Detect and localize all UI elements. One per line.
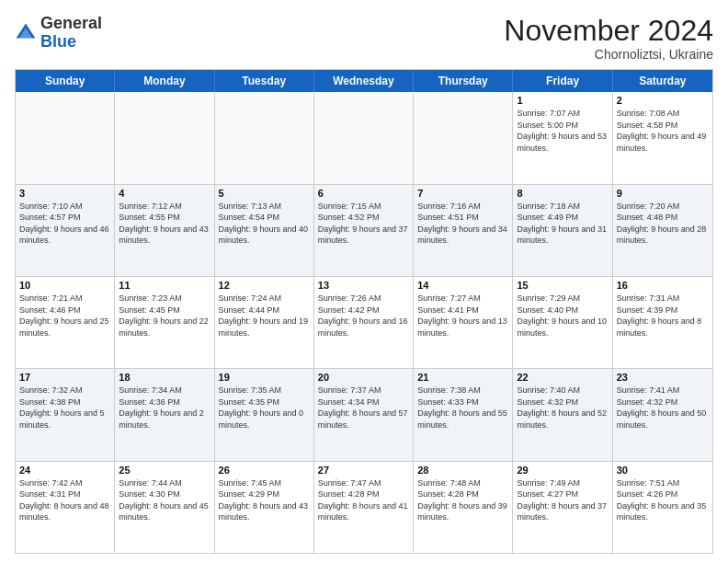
day-info: Sunrise: 7:41 AM Sunset: 4:32 PM Dayligh… (617, 385, 709, 431)
calendar-cell-0-2 (215, 92, 314, 183)
day-info: Sunrise: 7:13 AM Sunset: 4:54 PM Dayligh… (219, 201, 310, 247)
calendar-cell-1-2: 5Sunrise: 7:13 AM Sunset: 4:54 PM Daylig… (215, 185, 314, 276)
day-info: Sunrise: 7:35 AM Sunset: 4:35 PM Dayligh… (219, 385, 310, 431)
calendar-cell-0-3 (314, 92, 414, 183)
day-number: 25 (119, 465, 210, 476)
calendar-cell-0-0 (16, 92, 115, 183)
day-number: 5 (219, 188, 310, 199)
day-info: Sunrise: 7:12 AM Sunset: 4:55 PM Dayligh… (119, 201, 210, 247)
calendar-cell-4-0: 24Sunrise: 7:42 AM Sunset: 4:31 PM Dayli… (16, 462, 115, 553)
calendar-cell-2-4: 14Sunrise: 7:27 AM Sunset: 4:41 PM Dayli… (414, 277, 513, 368)
month-title: November 2024 (504, 15, 713, 47)
day-number: 10 (19, 280, 110, 291)
calendar-cell-0-6: 2Sunrise: 7:08 AM Sunset: 4:58 PM Daylig… (613, 92, 712, 183)
day-number: 7 (417, 188, 508, 199)
day-info: Sunrise: 7:47 AM Sunset: 4:28 PM Dayligh… (318, 477, 409, 523)
logo-general-text: General (40, 14, 102, 32)
day-info: Sunrise: 7:18 AM Sunset: 4:49 PM Dayligh… (517, 201, 608, 247)
calendar-cell-4-2: 26Sunrise: 7:45 AM Sunset: 4:29 PM Dayli… (215, 462, 314, 553)
calendar-cell-2-6: 16Sunrise: 7:31 AM Sunset: 4:39 PM Dayli… (613, 277, 712, 368)
calendar-cell-4-6: 30Sunrise: 7:51 AM Sunset: 4:26 PM Dayli… (613, 462, 712, 553)
day-number: 3 (19, 188, 110, 199)
calendar-cell-2-2: 12Sunrise: 7:24 AM Sunset: 4:44 PM Dayli… (215, 277, 314, 368)
day-info: Sunrise: 7:44 AM Sunset: 4:30 PM Dayligh… (119, 477, 210, 523)
day-number: 8 (517, 188, 608, 199)
calendar-cell-3-6: 23Sunrise: 7:41 AM Sunset: 4:32 PM Dayli… (613, 369, 712, 460)
day-info: Sunrise: 7:45 AM Sunset: 4:29 PM Dayligh… (219, 477, 310, 523)
weekday-header-wednesday: Wednesday (314, 70, 414, 92)
calendar-header: SundayMondayTuesdayWednesdayThursdayFrid… (16, 70, 712, 92)
calendar-cell-1-0: 3Sunrise: 7:10 AM Sunset: 4:57 PM Daylig… (16, 185, 115, 276)
calendar-cell-3-2: 19Sunrise: 7:35 AM Sunset: 4:35 PM Dayli… (215, 369, 314, 460)
calendar-cell-4-3: 27Sunrise: 7:47 AM Sunset: 4:28 PM Dayli… (314, 462, 414, 553)
weekday-header-monday: Monday (115, 70, 214, 92)
day-info: Sunrise: 7:49 AM Sunset: 4:27 PM Dayligh… (517, 477, 608, 523)
day-info: Sunrise: 7:16 AM Sunset: 4:51 PM Dayligh… (417, 201, 508, 247)
weekday-header-thursday: Thursday (414, 70, 513, 92)
day-info: Sunrise: 7:20 AM Sunset: 4:48 PM Dayligh… (617, 201, 709, 247)
day-number: 27 (318, 465, 409, 476)
day-number: 23 (617, 372, 709, 383)
calendar-cell-1-6: 9Sunrise: 7:20 AM Sunset: 4:48 PM Daylig… (613, 185, 712, 276)
day-number: 29 (517, 465, 608, 476)
weekday-header-saturday: Saturday (613, 70, 712, 92)
day-info: Sunrise: 7:21 AM Sunset: 4:46 PM Dayligh… (19, 293, 110, 339)
calendar-cell-2-1: 11Sunrise: 7:23 AM Sunset: 4:45 PM Dayli… (115, 277, 214, 368)
logo: General Blue (15, 15, 102, 52)
title-block: November 2024 Chornoliztsi, Ukraine (504, 15, 713, 62)
calendar-cell-2-5: 15Sunrise: 7:29 AM Sunset: 4:40 PM Dayli… (513, 277, 612, 368)
day-info: Sunrise: 7:40 AM Sunset: 4:32 PM Dayligh… (517, 385, 608, 431)
day-number: 9 (617, 188, 709, 199)
calendar-row-4: 24Sunrise: 7:42 AM Sunset: 4:31 PM Dayli… (16, 461, 712, 553)
calendar-cell-4-1: 25Sunrise: 7:44 AM Sunset: 4:30 PM Dayli… (115, 462, 214, 553)
weekday-header-friday: Friday (513, 70, 612, 92)
logo-blue-text: Blue (40, 32, 76, 51)
calendar-row-2: 10Sunrise: 7:21 AM Sunset: 4:46 PM Dayli… (16, 276, 712, 368)
day-info: Sunrise: 7:37 AM Sunset: 4:34 PM Dayligh… (318, 385, 409, 431)
calendar-cell-1-5: 8Sunrise: 7:18 AM Sunset: 4:49 PM Daylig… (513, 185, 612, 276)
day-number: 19 (219, 372, 310, 383)
calendar-cell-3-0: 17Sunrise: 7:32 AM Sunset: 4:38 PM Dayli… (16, 369, 115, 460)
day-number: 30 (617, 465, 709, 476)
day-number: 4 (119, 188, 210, 199)
day-number: 1 (517, 95, 608, 106)
day-info: Sunrise: 7:42 AM Sunset: 4:31 PM Dayligh… (19, 477, 110, 523)
calendar-cell-1-4: 7Sunrise: 7:16 AM Sunset: 4:51 PM Daylig… (414, 185, 513, 276)
calendar-cell-1-3: 6Sunrise: 7:15 AM Sunset: 4:52 PM Daylig… (314, 185, 414, 276)
day-number: 21 (417, 372, 508, 383)
page: General Blue November 2024 Chornoliztsi,… (0, 0, 728, 563)
logo-icon (15, 22, 37, 44)
calendar-cell-3-5: 22Sunrise: 7:40 AM Sunset: 4:32 PM Dayli… (513, 369, 612, 460)
day-info: Sunrise: 7:34 AM Sunset: 4:36 PM Dayligh… (119, 385, 210, 431)
calendar-cell-0-4 (414, 92, 513, 183)
day-number: 2 (617, 95, 709, 106)
weekday-header-tuesday: Tuesday (215, 70, 314, 92)
day-number: 18 (119, 372, 210, 383)
weekday-header-sunday: Sunday (16, 70, 115, 92)
day-number: 6 (318, 188, 409, 199)
day-number: 13 (318, 280, 409, 291)
day-info: Sunrise: 7:24 AM Sunset: 4:44 PM Dayligh… (219, 293, 310, 339)
day-number: 16 (617, 280, 709, 291)
calendar-cell-0-5: 1Sunrise: 7:07 AM Sunset: 5:00 PM Daylig… (513, 92, 612, 183)
calendar: SundayMondayTuesdayWednesdayThursdayFrid… (15, 69, 713, 554)
day-number: 15 (517, 280, 608, 291)
logo-text: General Blue (40, 15, 102, 52)
calendar-cell-4-5: 29Sunrise: 7:49 AM Sunset: 4:27 PM Dayli… (513, 462, 612, 553)
calendar-cell-2-0: 10Sunrise: 7:21 AM Sunset: 4:46 PM Dayli… (16, 277, 115, 368)
day-number: 28 (417, 465, 508, 476)
day-number: 20 (318, 372, 409, 383)
day-info: Sunrise: 7:38 AM Sunset: 4:33 PM Dayligh… (417, 385, 508, 431)
day-number: 24 (19, 465, 110, 476)
day-number: 12 (219, 280, 310, 291)
calendar-row-3: 17Sunrise: 7:32 AM Sunset: 4:38 PM Dayli… (16, 368, 712, 460)
calendar-cell-3-3: 20Sunrise: 7:37 AM Sunset: 4:34 PM Dayli… (314, 369, 414, 460)
day-info: Sunrise: 7:08 AM Sunset: 4:58 PM Dayligh… (617, 108, 709, 154)
location: Chornoliztsi, Ukraine (504, 47, 713, 62)
calendar-cell-4-4: 28Sunrise: 7:48 AM Sunset: 4:28 PM Dayli… (414, 462, 513, 553)
calendar-cell-2-3: 13Sunrise: 7:26 AM Sunset: 4:42 PM Dayli… (314, 277, 414, 368)
calendar-row-1: 3Sunrise: 7:10 AM Sunset: 4:57 PM Daylig… (16, 184, 712, 276)
day-info: Sunrise: 7:29 AM Sunset: 4:40 PM Dayligh… (517, 293, 608, 339)
day-info: Sunrise: 7:51 AM Sunset: 4:26 PM Dayligh… (617, 477, 709, 523)
day-info: Sunrise: 7:32 AM Sunset: 4:38 PM Dayligh… (19, 385, 110, 431)
